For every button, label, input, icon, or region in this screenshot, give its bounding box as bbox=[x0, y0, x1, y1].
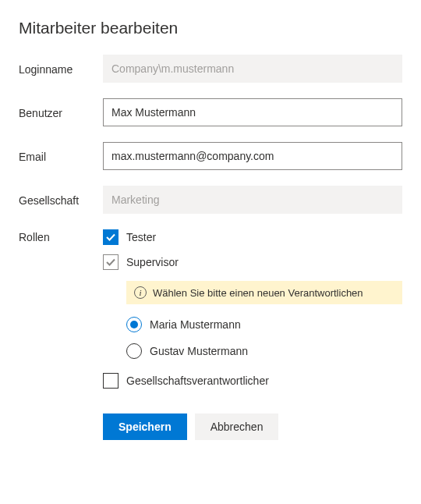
loginname-label: Loginname bbox=[19, 62, 103, 76]
radio-gustav[interactable]: Gustav Mustermann bbox=[126, 343, 402, 359]
cancel-button[interactable]: Abbrechen bbox=[195, 413, 279, 440]
company-label: Gesellschaft bbox=[19, 193, 103, 207]
info-banner: i Wählen Sie bitte einen neuen Verantwor… bbox=[126, 281, 402, 304]
radio-maria[interactable]: Maria Mustermann bbox=[126, 317, 402, 332]
loginname-input bbox=[103, 55, 402, 83]
company-input bbox=[103, 186, 402, 214]
role-tester-label: Tester bbox=[126, 231, 156, 243]
checkbox-icon bbox=[103, 373, 119, 389]
role-tester-checkbox[interactable]: Tester bbox=[103, 229, 402, 245]
radio-icon bbox=[126, 317, 142, 332]
roles-label: Rollen bbox=[19, 229, 103, 243]
user-label: Benutzer bbox=[19, 105, 103, 119]
radio-maria-label: Maria Mustermann bbox=[150, 318, 241, 331]
checkmark-icon bbox=[103, 254, 119, 270]
radio-gustav-label: Gustav Mustermann bbox=[150, 345, 248, 357]
role-company-responsible-checkbox[interactable]: Gesellschaftsverantwortlicher bbox=[103, 373, 402, 389]
page-title: Mitarbeiter bearbeiten bbox=[19, 19, 402, 37]
save-button[interactable]: Speichern bbox=[103, 413, 187, 440]
info-icon: i bbox=[134, 286, 147, 299]
radio-icon bbox=[126, 343, 142, 359]
checkmark-icon bbox=[103, 229, 119, 245]
info-text: Wählen Sie bitte einen neuen Verantwortl… bbox=[153, 287, 363, 299]
email-input[interactable] bbox=[103, 142, 402, 170]
email-label: Email bbox=[19, 149, 103, 163]
user-input[interactable] bbox=[103, 98, 402, 126]
role-supervisor-label: Supervisor bbox=[126, 256, 179, 268]
role-company-responsible-label: Gesellschaftsverantwortlicher bbox=[126, 374, 269, 387]
role-supervisor-checkbox[interactable]: Supervisor bbox=[103, 254, 402, 270]
